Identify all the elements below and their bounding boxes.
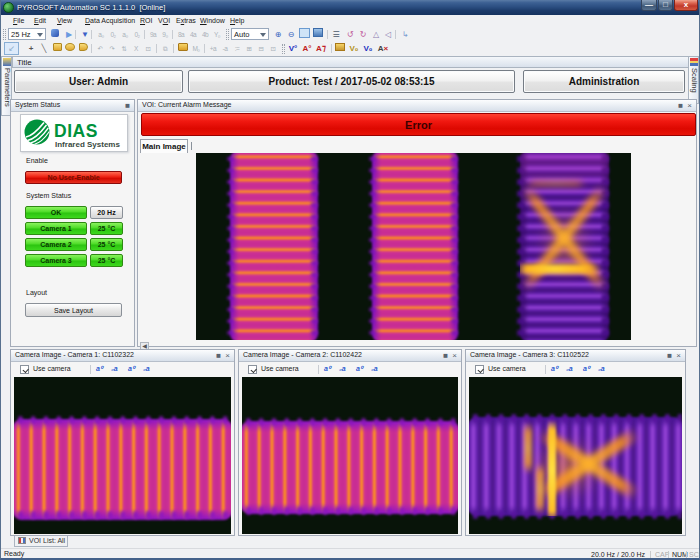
svg-text:DIAS: DIAS [54, 121, 98, 141]
svg-text:Infrared Systems: Infrared Systems [55, 140, 120, 149]
